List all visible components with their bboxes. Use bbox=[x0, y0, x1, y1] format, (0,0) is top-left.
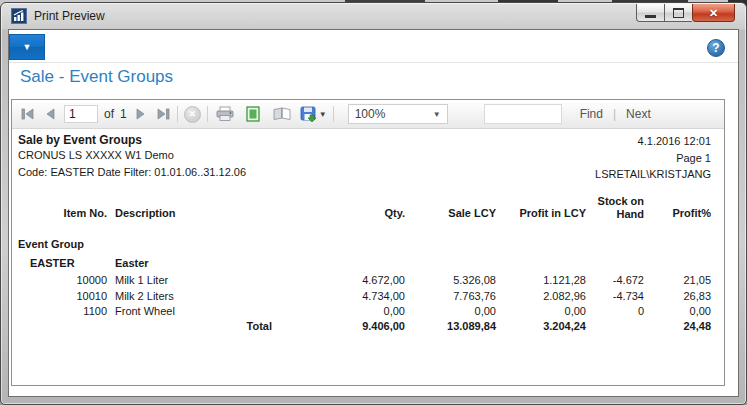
page-setup-button[interactable] bbox=[270, 106, 294, 122]
cell-profit-pct: 26,83 bbox=[644, 289, 711, 304]
cell-item-no: 1100 bbox=[23, 304, 107, 319]
total-row: Total 9.406,00 13.089,84 3.204,24 24,48 bbox=[23, 319, 711, 334]
printer-icon bbox=[215, 106, 235, 122]
group-section-label: Event Group bbox=[18, 238, 84, 250]
stock-header-line1: Stock on bbox=[598, 195, 644, 207]
report-viewer: of 1 ✕ bbox=[11, 99, 725, 386]
find-next-separator: | bbox=[613, 107, 616, 121]
next-page-button[interactable] bbox=[133, 106, 149, 122]
minimize-button[interactable] bbox=[636, 4, 665, 22]
client-area: ▼ ? Sale - Event Groups bbox=[8, 29, 739, 397]
cell-item-no: 10010 bbox=[23, 289, 107, 304]
print-button[interactable] bbox=[214, 106, 236, 122]
col-header-sale-lcy: Sale LCY bbox=[405, 206, 496, 221]
first-page-button[interactable] bbox=[20, 106, 36, 122]
cell-item-no: 10000 bbox=[23, 273, 107, 288]
previous-page-button[interactable] bbox=[42, 106, 58, 122]
next-page-icon bbox=[135, 108, 147, 120]
close-icon: ✕ bbox=[709, 5, 718, 21]
cell-stock: -4.734 bbox=[586, 289, 644, 304]
cancel-rendering-button: ✕ bbox=[184, 106, 201, 123]
stock-header-line2: Hand bbox=[617, 208, 645, 220]
cell-qty: 4.734,00 bbox=[272, 289, 405, 304]
page-count: 1 bbox=[120, 107, 127, 121]
chevron-down-icon: ▼ bbox=[23, 43, 32, 52]
toolbar-separator bbox=[333, 106, 334, 122]
export-button[interactable]: ▼ bbox=[300, 106, 327, 122]
cell-sale-lcy: 0,00 bbox=[405, 304, 496, 319]
cell-profit-lcy: 0,00 bbox=[496, 304, 586, 319]
cell-qty: 0,00 bbox=[272, 304, 405, 319]
help-button[interactable]: ? bbox=[707, 39, 725, 57]
report-title: Sale by Event Groups bbox=[18, 133, 142, 147]
export-save-icon bbox=[300, 106, 317, 122]
cell-qty: 4.672,00 bbox=[272, 273, 405, 288]
col-header-item-no: Item No. bbox=[23, 206, 107, 221]
col-header-description: Description bbox=[115, 206, 272, 221]
total-qty: 9.406,00 bbox=[272, 319, 405, 334]
report-meta-block: 4.1.2016 12:01 Page 1 LSRETAIL\KRISTJANG bbox=[595, 133, 711, 183]
col-header-qty: Qty. bbox=[272, 206, 405, 221]
report-datetime: 4.1.2016 12:01 bbox=[595, 133, 711, 150]
print-layout-icon bbox=[245, 106, 261, 122]
report-filter-line: Code: EASTER Date Filter: 01.01.06..31.1… bbox=[18, 166, 246, 178]
cell-description: Front Wheel bbox=[115, 304, 272, 319]
cell-stock: -4.672 bbox=[586, 273, 644, 288]
zoom-caret-icon: ▼ bbox=[433, 110, 441, 119]
actions-strip: ▼ ? bbox=[9, 30, 738, 63]
toolbar-separator bbox=[177, 106, 178, 122]
last-page-button[interactable] bbox=[155, 106, 171, 122]
zoom-value: 100% bbox=[355, 107, 386, 121]
report-company: CRONUS LS XXXXX W1 Demo bbox=[18, 149, 174, 161]
zoom-select[interactable]: 100% ▼ bbox=[348, 104, 448, 124]
first-page-icon bbox=[21, 108, 35, 120]
maximize-button[interactable] bbox=[665, 4, 692, 22]
find-text-input[interactable] bbox=[484, 104, 562, 124]
cancel-icon: ✕ bbox=[188, 109, 196, 119]
page-title: Sale - Event Groups bbox=[20, 67, 173, 87]
window-title: Print Preview bbox=[34, 9, 105, 23]
total-profit-lcy: 3.204,24 bbox=[496, 319, 586, 334]
report-viewer-toolbar: of 1 ✕ bbox=[12, 100, 724, 129]
last-page-icon bbox=[156, 108, 170, 120]
cell-sale-lcy: 5.326,08 bbox=[405, 273, 496, 288]
total-sale-lcy: 13.089,84 bbox=[405, 319, 496, 334]
group-name: Easter bbox=[115, 256, 272, 271]
cell-sale-lcy: 7.763,76 bbox=[405, 289, 496, 304]
cell-description: Milk 2 Liters bbox=[115, 289, 272, 304]
cell-description: Milk 1 Liter bbox=[115, 273, 272, 288]
cell-profit-lcy: 1.121,28 bbox=[496, 273, 586, 288]
of-label: of bbox=[104, 107, 114, 121]
report-page: Sale by Event Groups CRONUS LS XXXXX W1 … bbox=[12, 129, 724, 385]
toolbar-separator bbox=[207, 106, 208, 122]
group-code: EASTER bbox=[23, 256, 107, 271]
close-button[interactable]: ✕ bbox=[692, 4, 735, 22]
window-controls: ✕ bbox=[636, 4, 735, 22]
table-row: 10000 Milk 1 Liter 4.672,00 5.326,08 1.1… bbox=[23, 273, 711, 288]
col-header-profit-lcy: Profit in LCY bbox=[496, 206, 586, 221]
table-row: 10010 Milk 2 Liters 4.734,00 7.763,76 2.… bbox=[23, 289, 711, 304]
actions-dropdown-button[interactable]: ▼ bbox=[9, 34, 45, 60]
table-row: 1100 Front Wheel 0,00 0,00 0,00 0 0,00 bbox=[23, 304, 711, 319]
title-bar[interactable]: Print Preview ✕ bbox=[1, 3, 746, 29]
report-page-number: Page 1 bbox=[595, 150, 711, 167]
total-profit-pct: 24,48 bbox=[644, 319, 711, 334]
total-spacer bbox=[23, 319, 107, 334]
current-page-input[interactable] bbox=[64, 105, 98, 123]
cell-profit-pct: 21,05 bbox=[644, 273, 711, 288]
col-header-profit-pct: Profit% bbox=[644, 206, 711, 221]
export-caret-icon: ▼ bbox=[319, 110, 327, 119]
bar-chart-window-icon bbox=[11, 8, 27, 24]
report-user: LSRETAIL\KRISTJANG bbox=[595, 166, 711, 183]
maximize-icon bbox=[673, 8, 684, 18]
minimize-icon bbox=[645, 15, 656, 18]
print-layout-button[interactable] bbox=[242, 106, 264, 122]
previous-page-icon bbox=[44, 108, 56, 120]
cell-profit-lcy: 2.082,96 bbox=[496, 289, 586, 304]
total-stock bbox=[586, 319, 644, 334]
find-button[interactable]: Find bbox=[580, 107, 603, 121]
help-icon: ? bbox=[712, 41, 719, 55]
group-row: EASTER Easter bbox=[23, 256, 711, 271]
find-next-button[interactable]: Next bbox=[626, 107, 651, 121]
col-header-stock-on-hand: Stock onHand bbox=[586, 195, 644, 221]
